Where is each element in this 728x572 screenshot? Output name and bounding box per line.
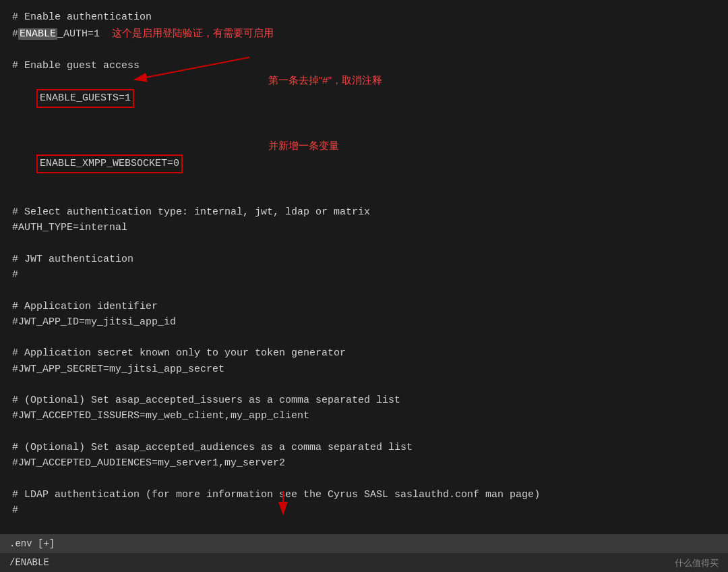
status-bar: /ENABLE 什么值得买 — [0, 553, 728, 572]
line-text: # LDAP authentication (for more informat… — [12, 489, 540, 500]
code-line: # Enable guest access — [12, 58, 716, 74]
line-text: #JWT_APP_ID=my_jitsi_app_id — [12, 316, 176, 328]
watermark: 什么值得买 — [675, 557, 719, 569]
code-line — [12, 330, 716, 345]
code-line: #JWT_APP_ID=my_jitsi_app_id — [12, 314, 716, 330]
line-text: # Enable guest access — [12, 60, 140, 72]
code-line: #JWT_ACCEPTED_ISSUERS=my_web_client,my_a… — [12, 408, 716, 424]
bottom-bar-text: .env [+] — [9, 538, 55, 549]
bottom-bar: .env [+] — [0, 534, 728, 553]
line-text: # — [12, 269, 18, 281]
code-line: # (Optional) Set asap_accepted_issuers a… — [12, 393, 716, 408]
code-line: # JWT authentication — [12, 252, 716, 267]
boxed-line: ENABLE_XMPP_WEBSOCKET=0 — [36, 154, 183, 173]
code-line: # Application identifier — [12, 299, 716, 314]
code-line — [12, 42, 716, 58]
code-line: #ENABLE_AUTH=1 这个是启用登陆验证，有需要可启用 — [12, 25, 716, 42]
annotation-cn: 第一条去掉"#"，取消注释 — [268, 72, 382, 88]
code-line — [12, 283, 716, 298]
code-line: ENABLE_GUESTS=1 第一条去掉"#"，取消注释 — [12, 74, 716, 139]
annotation-cn2: 并新增一条变量 — [268, 138, 339, 153]
annotation-text: 这个是启用登陆验证，有需要可启用 — [112, 27, 274, 38]
code-line: #JWT_ACCEPTED_AUDIENCES=my_server1,my_se… — [12, 455, 716, 471]
code-line: #JWT_APP_SECRET=my_jitsi_app_secret — [12, 362, 716, 377]
line-text: # JWT authentication — [12, 254, 133, 265]
line-text: #JWT_ACCEPTED_ISSUERS=my_web_client,my_a… — [12, 410, 309, 422]
code-line — [12, 236, 716, 252]
line-text: #ENABLE_AUTH=1 — [12, 28, 100, 40]
code-line: # Application secret known only to your … — [12, 345, 716, 361]
status-text: /ENABLE — [9, 557, 49, 568]
code-line: ENABLE_XMPP_WEBSOCKET=0 并新增一条变量 — [12, 139, 716, 204]
line-text: # — [12, 505, 18, 516]
line-text: # (Optional) Set asap_accepted_audiences… — [12, 442, 413, 453]
code-line: # — [12, 267, 716, 283]
boxed-line: ENABLE_GUESTS=1 — [36, 89, 134, 107]
line-text: # Application identifier — [12, 301, 158, 312]
line-text: # (Optional) Set asap_accepted_issuers a… — [12, 395, 400, 406]
code-line — [12, 424, 716, 440]
code-line: # LDAP authentication (for more informat… — [12, 487, 716, 503]
line-text: #AUTH_TYPE=internal — [12, 222, 127, 233]
line-text: # Application secret known only to your … — [12, 347, 346, 359]
editor-area: # Enable authentication #ENABLE_AUTH=1 这… — [0, 0, 728, 540]
code-line: # Enable authentication — [12, 9, 716, 25]
code-line: # — [12, 503, 716, 518]
code-line — [12, 518, 716, 534]
line-text: # Enable authentication — [12, 11, 152, 23]
code-line: # Select authentication type: internal, … — [12, 204, 716, 220]
code-line — [12, 377, 716, 393]
code-line — [12, 471, 716, 486]
code-line: #AUTH_TYPE=internal — [12, 220, 716, 235]
line-text: # Select authentication type: internal, … — [12, 206, 370, 218]
line-text: #JWT_ACCEPTED_AUDIENCES=my_server1,my_se… — [12, 457, 285, 469]
line-text: #JWT_APP_SECRET=my_jitsi_app_secret — [12, 364, 224, 375]
code-line: # (Optional) Set asap_accepted_audiences… — [12, 440, 716, 455]
